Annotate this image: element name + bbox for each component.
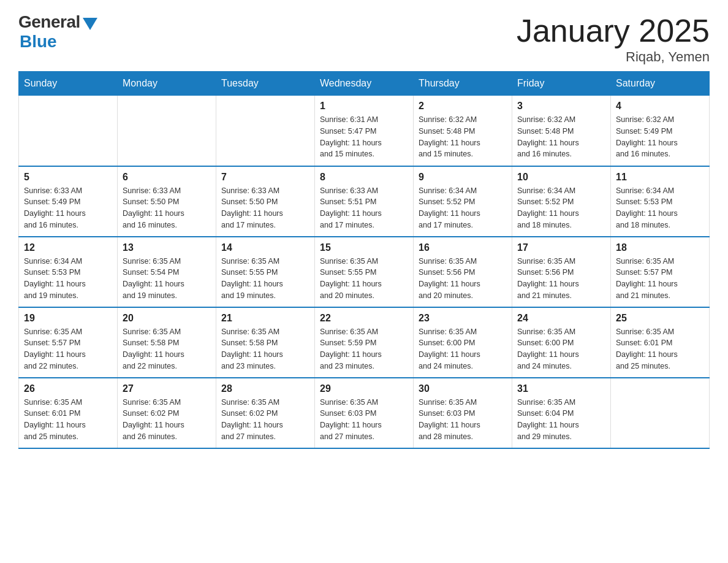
day-info: Sunrise: 6:35 AM Sunset: 6:02 PM Dayligh… (221, 397, 309, 443)
day-number: 30 (419, 383, 507, 394)
calendar-table: SundayMondayTuesdayWednesdayThursdayFrid… (18, 71, 710, 449)
calendar-week-1: 1Sunrise: 6:31 AM Sunset: 5:47 PM Daylig… (19, 96, 710, 166)
day-number: 26 (24, 383, 112, 394)
day-header-friday: Friday (512, 72, 611, 96)
day-number: 2 (419, 101, 507, 112)
title-section: January 2025 Riqab, Yemen (517, 12, 710, 65)
day-info: Sunrise: 6:35 AM Sunset: 6:01 PM Dayligh… (24, 397, 112, 443)
calendar-cell: 13Sunrise: 6:35 AM Sunset: 5:54 PM Dayli… (118, 237, 216, 307)
day-info: Sunrise: 6:35 AM Sunset: 5:55 PM Dayligh… (221, 256, 309, 302)
calendar-cell: 25Sunrise: 6:35 AM Sunset: 6:01 PM Dayli… (611, 307, 710, 378)
day-info: Sunrise: 6:35 AM Sunset: 6:00 PM Dayligh… (419, 326, 507, 372)
day-number: 3 (517, 101, 605, 112)
day-number: 21 (221, 313, 309, 324)
day-number: 18 (616, 242, 704, 253)
day-info: Sunrise: 6:33 AM Sunset: 5:50 PM Dayligh… (221, 185, 309, 231)
day-number: 1 (320, 101, 408, 112)
day-header-wednesday: Wednesday (315, 72, 414, 96)
day-info: Sunrise: 6:33 AM Sunset: 5:49 PM Dayligh… (24, 185, 112, 231)
day-info: Sunrise: 6:32 AM Sunset: 5:48 PM Dayligh… (419, 114, 507, 160)
calendar-week-4: 19Sunrise: 6:35 AM Sunset: 5:57 PM Dayli… (19, 307, 710, 378)
day-info: Sunrise: 6:32 AM Sunset: 5:48 PM Dayligh… (517, 114, 605, 160)
day-number: 14 (221, 242, 309, 253)
day-header-thursday: Thursday (414, 72, 512, 96)
day-number: 24 (517, 313, 605, 324)
day-info: Sunrise: 6:35 AM Sunset: 6:00 PM Dayligh… (517, 326, 605, 372)
calendar-cell: 12Sunrise: 6:34 AM Sunset: 5:53 PM Dayli… (19, 237, 118, 307)
month-title: January 2025 (517, 12, 710, 49)
calendar-week-5: 26Sunrise: 6:35 AM Sunset: 6:01 PM Dayli… (19, 378, 710, 448)
day-header-saturday: Saturday (611, 72, 710, 96)
calendar-cell: 23Sunrise: 6:35 AM Sunset: 6:00 PM Dayli… (414, 307, 512, 378)
day-number: 22 (320, 313, 408, 324)
day-info: Sunrise: 6:31 AM Sunset: 5:47 PM Dayligh… (320, 114, 408, 160)
day-info: Sunrise: 6:35 AM Sunset: 5:54 PM Dayligh… (123, 256, 211, 302)
day-number: 9 (419, 172, 507, 183)
calendar-cell: 30Sunrise: 6:35 AM Sunset: 6:03 PM Dayli… (414, 378, 512, 448)
day-info: Sunrise: 6:35 AM Sunset: 5:58 PM Dayligh… (221, 326, 309, 372)
day-number: 11 (616, 172, 704, 183)
calendar-cell (118, 96, 216, 166)
calendar-cell: 27Sunrise: 6:35 AM Sunset: 6:02 PM Dayli… (118, 378, 216, 448)
calendar-cell: 16Sunrise: 6:35 AM Sunset: 5:56 PM Dayli… (414, 237, 512, 307)
calendar-week-2: 5Sunrise: 6:33 AM Sunset: 5:49 PM Daylig… (19, 166, 710, 237)
calendar-cell: 14Sunrise: 6:35 AM Sunset: 5:55 PM Dayli… (216, 237, 315, 307)
day-number: 13 (123, 242, 211, 253)
calendar-cell: 21Sunrise: 6:35 AM Sunset: 5:58 PM Dayli… (216, 307, 315, 378)
calendar-cell: 29Sunrise: 6:35 AM Sunset: 6:03 PM Dayli… (315, 378, 414, 448)
calendar-cell: 10Sunrise: 6:34 AM Sunset: 5:52 PM Dayli… (512, 166, 611, 237)
day-info: Sunrise: 6:34 AM Sunset: 5:52 PM Dayligh… (419, 185, 507, 231)
day-number: 23 (419, 313, 507, 324)
location: Riqab, Yemen (517, 49, 710, 65)
day-number: 10 (517, 172, 605, 183)
day-number: 27 (123, 383, 211, 394)
day-info: Sunrise: 6:35 AM Sunset: 5:56 PM Dayligh… (419, 256, 507, 302)
calendar-week-3: 12Sunrise: 6:34 AM Sunset: 5:53 PM Dayli… (19, 237, 710, 307)
calendar-cell (19, 96, 118, 166)
calendar-cell: 11Sunrise: 6:34 AM Sunset: 5:53 PM Dayli… (611, 166, 710, 237)
page-header: General Blue January 2025 Riqab, Yemen (18, 12, 710, 65)
day-number: 29 (320, 383, 408, 394)
day-number: 7 (221, 172, 309, 183)
logo-general-text: General (18, 12, 80, 32)
day-info: Sunrise: 6:34 AM Sunset: 5:53 PM Dayligh… (24, 256, 112, 302)
calendar-cell (611, 378, 710, 448)
day-number: 4 (616, 101, 704, 112)
calendar-header: SundayMondayTuesdayWednesdayThursdayFrid… (19, 72, 710, 96)
day-info: Sunrise: 6:33 AM Sunset: 5:50 PM Dayligh… (123, 185, 211, 231)
day-info: Sunrise: 6:35 AM Sunset: 5:58 PM Dayligh… (123, 326, 211, 372)
day-info: Sunrise: 6:35 AM Sunset: 6:03 PM Dayligh… (419, 397, 507, 443)
calendar-cell: 2Sunrise: 6:32 AM Sunset: 5:48 PM Daylig… (414, 96, 512, 166)
day-info: Sunrise: 6:35 AM Sunset: 6:01 PM Dayligh… (616, 326, 704, 372)
day-header-monday: Monday (118, 72, 216, 96)
day-number: 16 (419, 242, 507, 253)
calendar-cell: 8Sunrise: 6:33 AM Sunset: 5:51 PM Daylig… (315, 166, 414, 237)
day-info: Sunrise: 6:34 AM Sunset: 5:52 PM Dayligh… (517, 185, 605, 231)
calendar-cell: 31Sunrise: 6:35 AM Sunset: 6:04 PM Dayli… (512, 378, 611, 448)
calendar-cell: 5Sunrise: 6:33 AM Sunset: 5:49 PM Daylig… (19, 166, 118, 237)
calendar-cell: 22Sunrise: 6:35 AM Sunset: 5:59 PM Dayli… (315, 307, 414, 378)
day-number: 19 (24, 313, 112, 324)
day-number: 20 (123, 313, 211, 324)
day-header-sunday: Sunday (19, 72, 118, 96)
logo-triangle-icon (83, 18, 97, 30)
calendar-cell (216, 96, 315, 166)
calendar-cell: 3Sunrise: 6:32 AM Sunset: 5:48 PM Daylig… (512, 96, 611, 166)
day-info: Sunrise: 6:35 AM Sunset: 5:57 PM Dayligh… (616, 256, 704, 302)
day-number: 12 (24, 242, 112, 253)
day-number: 15 (320, 242, 408, 253)
day-number: 8 (320, 172, 408, 183)
day-info: Sunrise: 6:35 AM Sunset: 6:03 PM Dayligh… (320, 397, 408, 443)
day-header-tuesday: Tuesday (216, 72, 315, 96)
calendar-cell: 9Sunrise: 6:34 AM Sunset: 5:52 PM Daylig… (414, 166, 512, 237)
day-info: Sunrise: 6:35 AM Sunset: 5:59 PM Dayligh… (320, 326, 408, 372)
day-number: 5 (24, 172, 112, 183)
calendar-cell: 19Sunrise: 6:35 AM Sunset: 5:57 PM Dayli… (19, 307, 118, 378)
day-number: 31 (517, 383, 605, 394)
calendar-cell: 1Sunrise: 6:31 AM Sunset: 5:47 PM Daylig… (315, 96, 414, 166)
calendar-cell: 4Sunrise: 6:32 AM Sunset: 5:49 PM Daylig… (611, 96, 710, 166)
day-info: Sunrise: 6:34 AM Sunset: 5:53 PM Dayligh… (616, 185, 704, 231)
calendar-body: 1Sunrise: 6:31 AM Sunset: 5:47 PM Daylig… (19, 96, 710, 448)
calendar-cell: 18Sunrise: 6:35 AM Sunset: 5:57 PM Dayli… (611, 237, 710, 307)
day-number: 28 (221, 383, 309, 394)
